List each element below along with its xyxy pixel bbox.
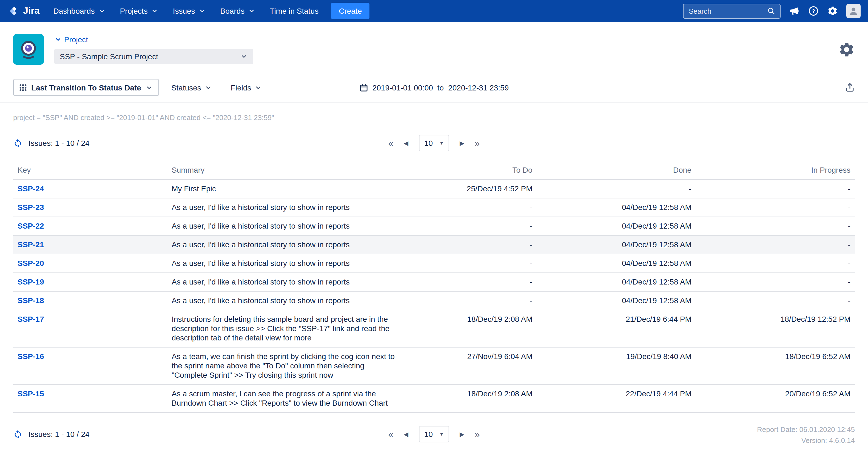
done-date: 04/Dec/19 12:58 AM	[537, 291, 696, 310]
issue-key-link[interactable]: SSP-19	[18, 277, 44, 286]
todo-date: -	[400, 254, 537, 273]
last-page-button[interactable]: »	[475, 429, 480, 439]
page-size-value: 10	[424, 139, 433, 148]
done-date: -	[537, 180, 696, 198]
issue-summary: My First Epic	[167, 180, 400, 198]
caret-down-icon: ▼	[439, 141, 444, 146]
issue-key-link[interactable]: SSP-17	[18, 315, 44, 324]
issue-key-link[interactable]: SSP-20	[18, 259, 44, 268]
issue-key-link[interactable]: SSP-23	[18, 203, 44, 212]
issues-table: Key Summary To Do Done In Progress SSP-2…	[13, 160, 855, 413]
done-date: 21/Dec/19 6:44 PM	[537, 310, 696, 347]
jira-mark-icon	[9, 5, 20, 17]
table-row: SSP-20 As a user, I'd like a historical …	[13, 254, 855, 273]
last-page-button[interactable]: »	[475, 139, 480, 148]
pagination-top: « ◀ 10 ▼ ▶ »	[388, 135, 480, 151]
table-row: SSP-21 As a user, I'd like a historical …	[13, 236, 855, 254]
report-toolbar: Last Transition To Status Date Statuses …	[0, 79, 868, 96]
chevron-down-icon	[205, 84, 212, 91]
prev-page-button[interactable]: ◀	[404, 431, 408, 437]
project-section-toggle[interactable]: Project	[54, 35, 253, 43]
date-separator: to	[437, 83, 444, 92]
issue-summary: As a user, I'd like a historical story t…	[167, 198, 400, 217]
report-date-text: Report Date: 06.01.2020 12:45	[757, 424, 855, 435]
date-range-picker[interactable]: 2019-01-01 00:00 to 2020-12-31 23:59	[359, 83, 509, 92]
table-row: SSP-15 As a scrum master, I can see the …	[13, 385, 855, 413]
done-date: 04/Dec/19 12:58 AM	[537, 198, 696, 217]
issues-summary-group: Issues: 1 - 10 / 24	[13, 429, 90, 439]
column-header-inprogress: In Progress	[696, 160, 855, 180]
jira-logo[interactable]: Jira	[9, 5, 40, 17]
report-settings-gear-icon[interactable]	[838, 41, 855, 58]
issue-key-link[interactable]: SSP-22	[18, 221, 44, 230]
grid-icon	[19, 84, 27, 91]
report-type-button[interactable]: Last Transition To Status Date	[13, 79, 159, 96]
table-row: SSP-22 As a user, I'd like a historical …	[13, 217, 855, 236]
search-input[interactable]	[688, 6, 763, 16]
feedback-megaphone-icon[interactable]	[788, 5, 800, 17]
column-header-todo: To Do	[400, 160, 537, 180]
inprogress-date: -	[696, 180, 855, 198]
search-box[interactable]	[683, 4, 780, 18]
issue-summary: Instructions for deleting this sample bo…	[167, 310, 400, 347]
column-header-summary: Summary	[167, 160, 400, 180]
chevron-down-icon	[240, 52, 248, 60]
brand-name: Jira	[23, 5, 40, 17]
inprogress-date: -	[696, 236, 855, 254]
issue-key-link[interactable]: SSP-18	[18, 296, 44, 305]
user-avatar[interactable]	[846, 4, 860, 18]
prev-page-button[interactable]: ◀	[404, 140, 408, 146]
issues-bar-top: Issues: 1 - 10 / 24 « ◀ 10 ▼ ▶ »	[13, 133, 855, 153]
toolbar-divider	[0, 102, 868, 103]
issue-summary: As a scrum master, I can see the progres…	[167, 385, 400, 413]
version-text: Version: 4.6.0.14	[757, 435, 855, 446]
fields-dropdown[interactable]: Fields	[231, 83, 262, 92]
nav-item-dashboards[interactable]: Dashboards	[46, 0, 113, 22]
todo-date: -	[400, 273, 537, 291]
help-icon[interactable]: ?	[808, 5, 819, 17]
first-page-button[interactable]: «	[388, 429, 393, 439]
issue-key-link[interactable]: SSP-15	[18, 389, 44, 398]
project-dropdown[interactable]: SSP - Sample Scrum Project	[54, 49, 253, 64]
next-page-button[interactable]: ▶	[460, 431, 464, 437]
done-date: 04/Dec/19 12:58 AM	[537, 273, 696, 291]
issue-summary: As a team, we can finish the sprint by c…	[167, 347, 400, 385]
refresh-icon[interactable]	[13, 139, 23, 148]
issue-key-link[interactable]: SSP-24	[18, 184, 44, 193]
refresh-icon[interactable]	[13, 429, 23, 439]
page-size-select[interactable]: 10 ▼	[419, 135, 449, 151]
nav-item-label: Dashboards	[54, 7, 95, 16]
issue-key-link[interactable]: SSP-16	[18, 352, 44, 361]
todo-date: 25/Dec/19 4:52 PM	[400, 180, 537, 198]
nav-item-time-in-status[interactable]: Time in Status	[262, 0, 326, 22]
app-root: Jira Dashboards Projects Issues Boards T…	[0, 0, 868, 455]
inprogress-date: 18/Dec/19 12:52 PM	[696, 310, 855, 347]
done-date: 22/Dec/19 4:44 PM	[537, 385, 696, 413]
nav-item-projects[interactable]: Projects	[113, 0, 166, 22]
issue-summary: As a user, I'd like a historical story t…	[167, 236, 400, 254]
date-to: 2020-12-31 23:59	[448, 83, 509, 92]
nav-item-label: Projects	[120, 7, 148, 16]
export-icon[interactable]	[844, 82, 855, 93]
done-date: 04/Dec/19 12:58 AM	[537, 217, 696, 236]
settings-gear-icon[interactable]	[827, 5, 838, 17]
pagination-bottom: « ◀ 10 ▼ ▶ »	[388, 426, 480, 443]
next-page-button[interactable]: ▶	[460, 140, 464, 146]
project-avatar	[13, 34, 44, 65]
create-button[interactable]: Create	[331, 3, 369, 19]
report-type-label: Last Transition To Status Date	[31, 83, 141, 92]
nav-item-issues[interactable]: Issues	[166, 0, 213, 22]
date-from: 2019-01-01 00:00	[372, 83, 433, 92]
issues-count-text: Issues: 1 - 10 / 24	[29, 430, 90, 438]
todo-date: -	[400, 236, 537, 254]
nav-items: Dashboards Projects Issues Boards Time i…	[46, 0, 326, 22]
issue-key-link[interactable]: SSP-21	[18, 240, 44, 249]
issue-summary: As a user, I'd like a historical story t…	[167, 217, 400, 236]
statuses-dropdown[interactable]: Statuses	[171, 83, 212, 92]
nav-item-boards[interactable]: Boards	[213, 0, 263, 22]
inprogress-date: -	[696, 217, 855, 236]
person-icon	[848, 5, 859, 17]
page-size-select[interactable]: 10 ▼	[419, 426, 449, 443]
first-page-button[interactable]: «	[388, 139, 393, 148]
inprogress-date: 18/Dec/19 6:52 AM	[696, 347, 855, 385]
